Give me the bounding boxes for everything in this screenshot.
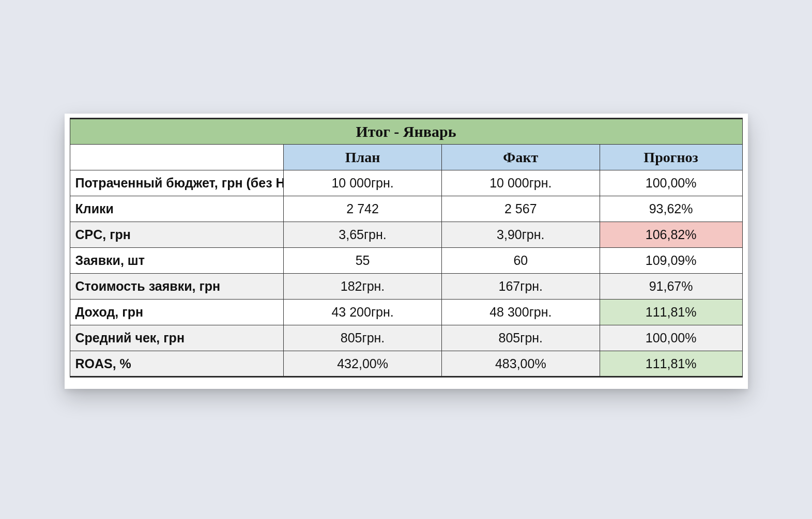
metric-label: Клики — [70, 196, 284, 222]
summary-table: Итог - Январь План Факт Прогноз Потрачен… — [70, 118, 743, 378]
plan-value: 55 — [284, 248, 442, 274]
plan-value: 805грн. — [284, 325, 442, 351]
table-row: Клики2 7422 56793,62% — [70, 196, 742, 222]
prognoz-value: 109,09% — [600, 248, 742, 274]
fact-value: 167грн. — [441, 274, 600, 300]
table-row: ROAS, %432,00%483,00%111,81% — [70, 351, 742, 377]
table-title-row: Итог - Январь — [70, 119, 742, 145]
prognoz-value: 91,67% — [600, 274, 742, 300]
fact-value: 60 — [441, 248, 600, 274]
table-row: Доход, грн43 200грн.48 300грн.111,81% — [70, 300, 742, 325]
fact-value: 3,90грн. — [441, 222, 600, 248]
table-title: Итог - Январь — [70, 119, 742, 145]
prognoz-value: 111,81% — [600, 351, 742, 377]
fact-value: 483,00% — [441, 351, 600, 377]
fact-value: 48 300грн. — [441, 300, 600, 325]
metric-label: Заявки, шт — [70, 248, 284, 274]
table-row: Заявки, шт5560109,09% — [70, 248, 742, 274]
report-card: Итог - Январь План Факт Прогноз Потрачен… — [65, 114, 748, 389]
metric-label: Доход, грн — [70, 300, 284, 325]
plan-value: 432,00% — [284, 351, 442, 377]
metric-label: CPC, грн — [70, 222, 284, 248]
table-row: Потраченный бюджет, грн (без НД10 000грн… — [70, 170, 742, 196]
fact-value: 10 000грн. — [441, 170, 600, 196]
prognoz-value: 100,00% — [600, 325, 742, 351]
metric-label: Средний чек, грн — [70, 325, 284, 351]
fact-value: 805грн. — [441, 325, 600, 351]
table-row: Стоимость заявки, грн182грн.167грн.91,67… — [70, 274, 742, 300]
prognoz-value: 111,81% — [600, 300, 742, 325]
metric-label: Стоимость заявки, грн — [70, 274, 284, 300]
header-fact: Факт — [441, 145, 600, 170]
prognoz-value: 106,82% — [600, 222, 742, 248]
plan-value: 3,65грн. — [284, 222, 442, 248]
fact-value: 2 567 — [441, 196, 600, 222]
table-row: CPC, грн3,65грн.3,90грн.106,82% — [70, 222, 742, 248]
plan-value: 10 000грн. — [284, 170, 442, 196]
prognoz-value: 93,62% — [600, 196, 742, 222]
header-prognoz: Прогноз — [600, 145, 742, 170]
table-header-row: План Факт Прогноз — [70, 145, 742, 170]
header-metric — [70, 145, 284, 170]
metric-label: Потраченный бюджет, грн (без НД — [70, 170, 284, 196]
plan-value: 182грн. — [284, 274, 442, 300]
prognoz-value: 100,00% — [600, 170, 742, 196]
metric-label: ROAS, % — [70, 351, 284, 377]
plan-value: 2 742 — [284, 196, 442, 222]
plan-value: 43 200грн. — [284, 300, 442, 325]
table-row: Средний чек, грн805грн.805грн.100,00% — [70, 325, 742, 351]
header-plan: План — [284, 145, 442, 170]
